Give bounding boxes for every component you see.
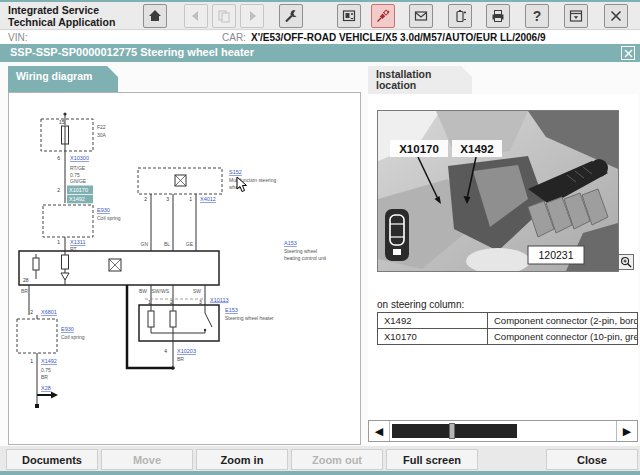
component-link[interactable]: A153 bbox=[284, 240, 297, 246]
component-link[interactable]: S152 bbox=[229, 169, 242, 175]
connection-button[interactable] bbox=[371, 4, 395, 28]
ground-link[interactable]: X28 bbox=[41, 385, 51, 391]
svg-text:RT/GE: RT/GE bbox=[70, 165, 86, 171]
back-button[interactable] bbox=[184, 4, 208, 28]
full-screen-button[interactable]: Full screen bbox=[386, 449, 478, 470]
svg-text:X1492: X1492 bbox=[69, 196, 85, 202]
connector-link[interactable]: X6801 bbox=[41, 309, 57, 315]
print-button[interactable] bbox=[486, 4, 510, 28]
tab-wiring-diagram[interactable]: Wiring diagram bbox=[8, 66, 118, 92]
connector-desc: Component connector (10-pin, green) bbox=[488, 329, 637, 344]
svg-text:1: 1 bbox=[148, 299, 151, 305]
table-row[interactable]: X1492 Component connector (2-pin, bordea… bbox=[378, 313, 637, 329]
minimize-window-button[interactable] bbox=[564, 4, 588, 28]
tab-wiring-diagram-label: Wiring diagram bbox=[16, 70, 92, 82]
document-title: SSP-SSP-SP0000012775 Steering wheel heat… bbox=[10, 46, 254, 58]
svg-text:BL: BL bbox=[164, 241, 170, 247]
svg-text:BW: BW bbox=[139, 288, 147, 294]
photo-id: 120231 bbox=[538, 249, 573, 261]
tab-installation-label-line2: location bbox=[376, 80, 464, 91]
app-title: Integrated Service Technical Application bbox=[8, 4, 115, 28]
control-unit-internals: 28 bbox=[23, 251, 121, 285]
svg-text:4: 4 bbox=[164, 348, 167, 354]
svg-text:F22: F22 bbox=[97, 124, 106, 130]
photo-zoom-button[interactable] bbox=[618, 254, 634, 270]
svg-text:30A: 30A bbox=[97, 132, 107, 138]
close-icon bbox=[624, 49, 633, 58]
svg-text:2: 2 bbox=[57, 187, 60, 193]
app-title-line2: Technical Application bbox=[8, 16, 115, 28]
table-row[interactable]: X10170 Component connector (10-pin, gree… bbox=[378, 329, 637, 345]
zoom-in-button[interactable]: Zoom in bbox=[196, 449, 288, 470]
svg-text:Steering wheel: Steering wheel bbox=[284, 248, 317, 254]
connector-link[interactable]: X10300 bbox=[70, 155, 89, 161]
wiring-diagram: 15 F22 30A 6 X10300 RT/GE 0.75 GN/GE 2 X… bbox=[9, 93, 360, 444]
connector-table: X1492 Component connector (2-pin, bordea… bbox=[377, 312, 638, 345]
ground-arrow bbox=[37, 392, 58, 399]
minimize-window-icon bbox=[568, 8, 584, 24]
app-title-line1: Integrated Service bbox=[8, 4, 115, 16]
svg-text:3: 3 bbox=[166, 196, 169, 202]
svg-text:Coil spring: Coil spring bbox=[97, 215, 121, 221]
connector-icon bbox=[375, 8, 391, 24]
mail-button[interactable] bbox=[409, 4, 433, 28]
session-pages-button[interactable] bbox=[212, 4, 236, 28]
component-link[interactable]: E930 bbox=[97, 207, 110, 213]
home-button[interactable] bbox=[143, 4, 167, 28]
svg-text:6: 6 bbox=[57, 155, 60, 161]
svg-text:3: 3 bbox=[199, 299, 202, 305]
scroll-left-button[interactable]: ◀ bbox=[369, 421, 390, 441]
photo-label-b: X1492 bbox=[460, 143, 493, 155]
battery-button[interactable] bbox=[448, 4, 472, 28]
printer-icon bbox=[490, 8, 506, 24]
svg-text:0.75: 0.75 bbox=[41, 367, 51, 373]
svg-text:28: 28 bbox=[23, 277, 29, 283]
component-link[interactable]: E153 bbox=[225, 307, 238, 313]
diagnosis-device-button[interactable] bbox=[337, 4, 361, 28]
svg-text:1: 1 bbox=[57, 239, 60, 245]
connector-link[interactable]: X10203 bbox=[177, 348, 196, 354]
svg-text:GN/GE: GN/GE bbox=[70, 178, 87, 184]
svg-text:15: 15 bbox=[59, 119, 65, 125]
close-button[interactable]: Close bbox=[546, 449, 638, 470]
svg-text:BR: BR bbox=[41, 374, 48, 380]
scroll-right-button[interactable]: ▶ bbox=[616, 421, 637, 441]
connector-link[interactable]: X1492 bbox=[41, 358, 57, 364]
svg-text:SW/WS: SW/WS bbox=[152, 288, 170, 294]
app-close-button[interactable] bbox=[604, 4, 628, 28]
home-icon bbox=[147, 8, 163, 24]
vin-label: VIN: bbox=[8, 32, 27, 43]
svg-text:Steering wheel heater: Steering wheel heater bbox=[225, 315, 274, 321]
svg-text:1: 1 bbox=[30, 358, 33, 364]
move-button[interactable]: Move bbox=[101, 449, 193, 470]
coil-spring-lower-box bbox=[17, 319, 57, 353]
svg-text:2: 2 bbox=[30, 309, 33, 315]
workshop-button[interactable] bbox=[279, 4, 303, 28]
scroll-thumb[interactable] bbox=[449, 423, 455, 439]
photo-label-a: X10170 bbox=[399, 143, 439, 155]
car-position-icon bbox=[385, 209, 409, 261]
connector-link[interactable]: X10113 bbox=[210, 297, 229, 303]
document-close-button[interactable] bbox=[621, 46, 635, 60]
wrench-icon bbox=[283, 8, 299, 24]
installation-photo-image: X10170 X1492 120231 bbox=[378, 111, 618, 271]
svg-text:SW: SW bbox=[193, 288, 201, 294]
documents-button[interactable]: Documents bbox=[6, 449, 98, 470]
svg-text:X10170: X10170 bbox=[69, 187, 88, 193]
connector-link[interactable]: X4012 bbox=[200, 196, 216, 202]
component-link[interactable]: E930 bbox=[61, 326, 74, 332]
window-bottom-border bbox=[0, 471, 640, 475]
svg-text:BR: BR bbox=[177, 356, 184, 362]
mouse-cursor bbox=[236, 176, 248, 193]
horizontal-scrollbar[interactable]: ◀ ▶ bbox=[368, 420, 638, 442]
location-caption: on steering column: bbox=[377, 299, 464, 310]
installation-photo: X10170 X1492 120231 bbox=[377, 110, 619, 272]
forward-button[interactable] bbox=[240, 4, 264, 28]
svg-text:BR: BR bbox=[21, 288, 28, 294]
bottom-button-bar: Documents Move Zoom in Zoom out Full scr… bbox=[0, 446, 640, 471]
connector-link[interactable]: X1311 bbox=[70, 239, 86, 245]
zoom-out-button[interactable]: Zoom out bbox=[291, 449, 383, 470]
magnifier-icon bbox=[620, 256, 632, 268]
help-button[interactable]: ? bbox=[525, 4, 549, 28]
tab-installation-location[interactable]: Installation location bbox=[368, 66, 472, 94]
